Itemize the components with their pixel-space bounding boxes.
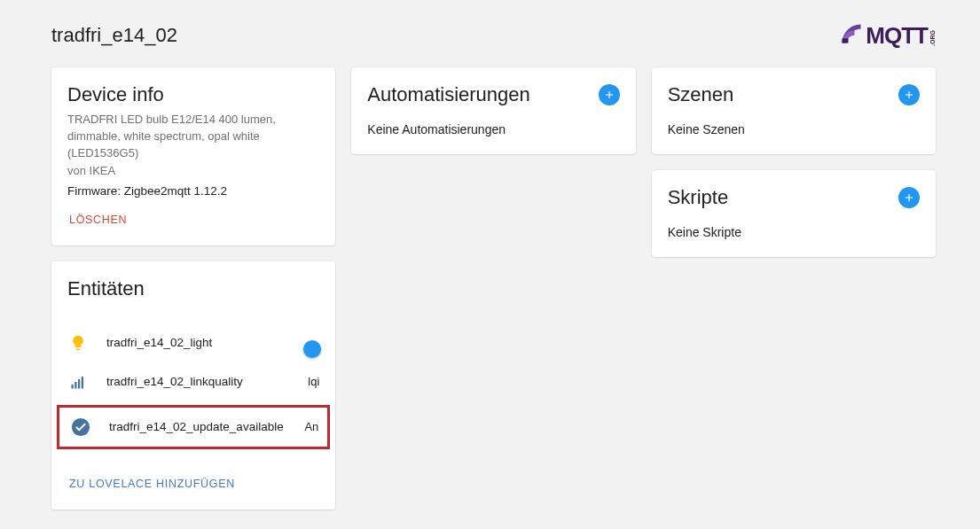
svg-rect-4 [82, 377, 83, 389]
mqtt-logo-org: .ORG [929, 30, 936, 46]
scenes-card: Szenen Keine Szenen [652, 67, 936, 154]
page-title: tradfri_e14_02 [51, 24, 177, 47]
device-vendor: von IKEA [67, 164, 319, 177]
add-scene-button[interactable] [898, 84, 920, 105]
device-info-title: Device info [67, 83, 319, 106]
entity-value: An [304, 420, 318, 433]
delete-button[interactable]: LÖSCHEN [64, 206, 132, 233]
automations-empty: Keine Automatisierungen [351, 117, 635, 154]
scripts-title: Skripte [668, 186, 728, 209]
scripts-card: Skripte Keine Skripte [652, 170, 936, 257]
svg-rect-2 [74, 382, 76, 389]
entity-name: tradfri_e14_02_update_available [109, 420, 286, 433]
scenes-title: Szenen [668, 83, 734, 106]
entity-row-linkquality[interactable]: tradfri_e14_02_linkquality lqi [51, 362, 335, 401]
plus-icon [903, 191, 915, 204]
scenes-empty: Keine Szenen [652, 117, 936, 154]
automations-title: Automatisierungen [367, 83, 529, 106]
mqtt-logo-text: MQTT [866, 22, 928, 50]
add-automation-button[interactable] [599, 84, 620, 105]
plus-icon [903, 89, 915, 101]
add-to-lovelace-button[interactable]: ZU LOVELACE HINZUFÜGEN [64, 471, 240, 497]
entity-row-update-available[interactable]: tradfri_e14_02_update_available An [57, 405, 330, 449]
svg-rect-3 [78, 379, 80, 389]
device-info-card: Device info TRADFRI LED bulb E12/E14 400… [51, 67, 335, 245]
scripts-empty: Keine Skripte [652, 220, 936, 257]
check-circle-icon [70, 416, 91, 438]
entity-name: tradfri_e14_02_light [106, 336, 302, 349]
svg-rect-1 [72, 385, 74, 389]
svg-rect-0 [843, 38, 849, 43]
plus-icon [603, 89, 615, 101]
entity-value: lqi [308, 375, 319, 388]
add-script-button[interactable] [898, 187, 920, 208]
mqtt-logo-icon [839, 21, 864, 50]
bulb-icon [67, 332, 89, 354]
device-description: TRADFRI LED bulb E12/E14 400 lumen, dimm… [67, 112, 319, 162]
device-firmware: Firmware: Zigbee2mqtt 1.12.2 [67, 184, 319, 198]
automations-card: Automatisierungen Keine Automatisierunge… [351, 67, 635, 154]
entity-row-light[interactable]: tradfri_e14_02_light [51, 323, 335, 362]
entities-card: Entitäten tradfri_e14_02_light [51, 261, 335, 510]
entity-name: tradfri_e14_02_linkquality [106, 375, 290, 388]
signal-icon [67, 371, 89, 393]
entities-title: Entitäten [51, 261, 335, 309]
mqtt-logo: MQTT .ORG [839, 21, 936, 50]
